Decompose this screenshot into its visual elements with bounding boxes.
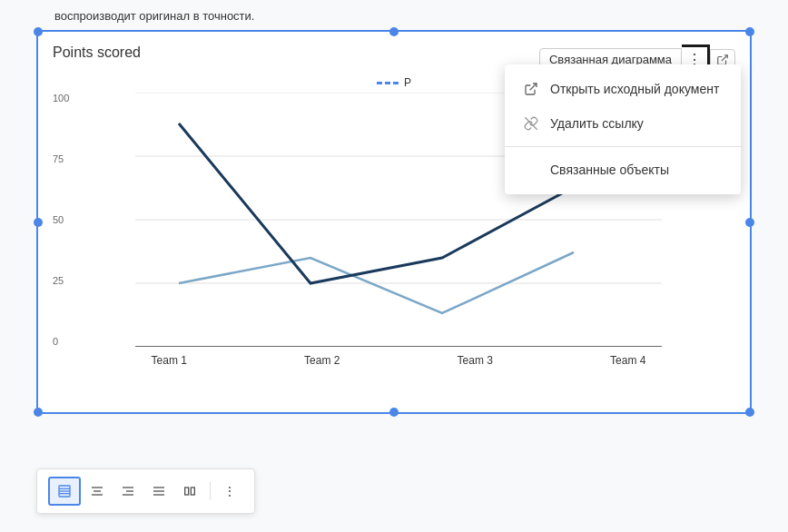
- handle-br[interactable]: [745, 408, 754, 417]
- x-label-team4: Team 4: [610, 354, 645, 367]
- legend-line-1: [377, 82, 399, 84]
- chart-title: Points scored: [53, 44, 141, 61]
- svg-line-0: [722, 54, 727, 60]
- handle-bm[interactable]: [389, 408, 399, 417]
- handle-tm[interactable]: [389, 27, 399, 36]
- dropdown-linked-objects[interactable]: Связанные объекты: [505, 153, 741, 187]
- handle-tr[interactable]: [745, 27, 754, 36]
- x-label-team3: Team 3: [458, 354, 493, 367]
- top-text: воспроизводит оригинал в точности.: [0, 0, 788, 30]
- handle-bl[interactable]: [34, 408, 43, 417]
- y-label-50: 50: [53, 214, 69, 225]
- bottom-toolbar: ⋮: [36, 468, 255, 514]
- y-label-75: 75: [53, 153, 69, 164]
- handle-tl[interactable]: [34, 27, 43, 36]
- toolbar-more-options[interactable]: ⋮: [216, 478, 243, 504]
- dropdown-linked-objects-label: Связанные объекты: [550, 163, 669, 177]
- handle-mr[interactable]: [745, 218, 754, 227]
- toolbar-align-justify[interactable]: [144, 478, 173, 504]
- linked-objects-icon: [523, 162, 539, 178]
- toolbar-align-distribute[interactable]: [175, 478, 204, 504]
- y-label-0: 0: [53, 336, 69, 347]
- unlink-icon: [523, 115, 539, 132]
- svg-rect-21: [185, 488, 189, 495]
- toolbar-align-right[interactable]: [113, 478, 143, 504]
- svg-rect-22: [191, 488, 194, 495]
- external-link-icon: [523, 81, 539, 97]
- handle-ml[interactable]: [34, 218, 43, 227]
- y-axis-labels: 100 75 50 25 0: [53, 93, 69, 347]
- legend-item-1: P: [377, 76, 411, 89]
- dropdown-divider: [505, 146, 741, 147]
- dropdown-remove-link-label: Удалить ссылку: [550, 116, 644, 131]
- y-label-25: 25: [53, 275, 69, 286]
- x-label-team1: Team 1: [152, 354, 187, 367]
- x-label-team2: Team 2: [304, 354, 340, 367]
- svg-line-1: [530, 84, 537, 90]
- toolbar-align-center[interactable]: [83, 478, 112, 504]
- legend-label-1: P: [404, 76, 411, 89]
- dropdown-open-source[interactable]: Открыть исходный документ: [505, 72, 741, 106]
- toolbar-align-left[interactable]: [48, 477, 81, 506]
- x-axis-labels: Team 1 Team 2 Team 3 Team 4: [93, 350, 704, 367]
- toolbar-separator: [210, 482, 211, 500]
- dropdown-remove-link[interactable]: Удалить ссылку: [505, 106, 741, 141]
- dropdown-open-source-label: Открыть исходный документ: [550, 82, 719, 96]
- y-label-100: 100: [53, 93, 69, 103]
- chart-container: Points scored Связанная диаграмма ⋮: [36, 30, 752, 414]
- dropdown-menu: Открыть исходный документ Удалить ссылку…: [505, 64, 741, 194]
